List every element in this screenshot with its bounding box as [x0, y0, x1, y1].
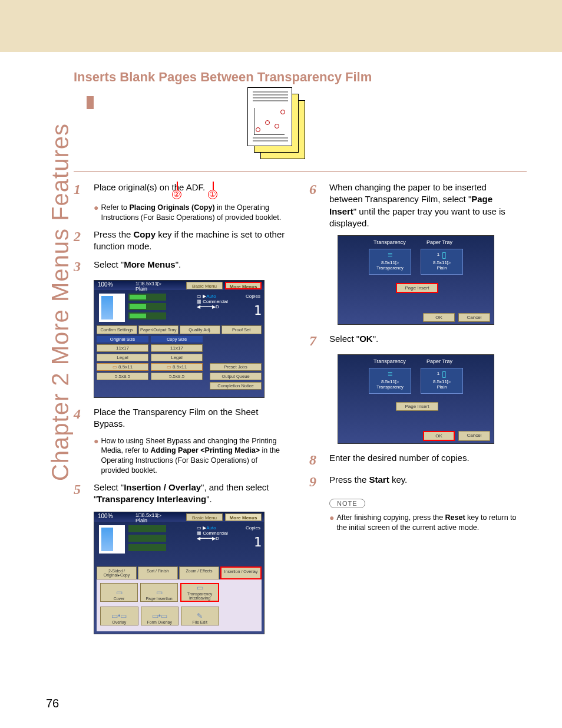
- left-column: 1 Place original(s) on the ADF. ● Refer …: [74, 182, 286, 728]
- top-band: [0, 0, 562, 52]
- divider: [74, 171, 527, 172]
- orientation-arrows: [128, 294, 167, 322]
- section-heading: Inserts Blank Pages Between Transparency…: [74, 70, 372, 85]
- size-grid: 11x1711x17 LegalLegal 8.5x118.5x11 5.5x8…: [97, 344, 203, 382]
- note-label: NOTE: [329, 499, 365, 508]
- quality-adj-button[interactable]: Quality Adj.: [180, 325, 220, 334]
- page-body: Chapter 2 More Menus Features Inserts Bl…: [0, 52, 562, 728]
- tab-sort-finish[interactable]: Sort / Finish: [138, 566, 178, 579]
- chapter-tab: Chapter 2 More Menus Features: [25, 77, 69, 454]
- step-3: 3 Select "More Menus".: [74, 259, 286, 274]
- step-6: 6 When changing the paper to be inserted…: [309, 182, 521, 229]
- step-2: 2 Press the Copy key if the machine is s…: [74, 229, 286, 253]
- original-size-header: Original Size: [97, 336, 148, 342]
- page-insert-button[interactable]: Page Insert: [396, 402, 438, 411]
- step-1-note: ● Refer to Placing Originals (Copy) in t…: [94, 203, 286, 223]
- step-4-note: ● How to using Sheet Bypass and changing…: [94, 436, 286, 476]
- copies-count: 1: [254, 303, 262, 318]
- tab-more-menus[interactable]: More Menus: [225, 513, 262, 521]
- step-5: 5 Select "Insertion / Overlay", and then…: [74, 482, 286, 506]
- cover-button[interactable]: ▭Cover: [100, 583, 138, 602]
- screenshot-insertion-overlay: 100% 1□8.5x11▷Plain Basic Menu More Menu…: [94, 512, 265, 634]
- tab-accent: [87, 96, 94, 109]
- file-edit-button[interactable]: ✎File Edit: [181, 607, 219, 625]
- screenshot-page-insert: Transparency Paper Tray ≡ 8.5x11▷ Transp…: [338, 235, 494, 325]
- completion-notice-button[interactable]: Completion Notice: [210, 382, 262, 390]
- transparency-cell: ≡ 8.5x11▷ Transparency: [369, 249, 411, 275]
- confirm-settings-button[interactable]: Confirm Settings: [97, 325, 137, 334]
- cancel-button[interactable]: Cancel: [458, 313, 490, 322]
- callouts: ② ①: [74, 643, 244, 728]
- paper-tray-cell: 1 ▯ 8.5x11▷ Plain: [421, 249, 463, 275]
- proof-set-button[interactable]: Proof Set: [222, 325, 262, 334]
- zoom-pct: 100%: [98, 281, 113, 288]
- copy-size-header: Copy Size: [151, 336, 203, 342]
- preview-thumb: [99, 294, 125, 322]
- tab-basic-menu[interactable]: Basic Menu: [186, 513, 223, 521]
- mode-info: ▭ ▶Auto Copies ▦ Commercial ◀━━━━▶D: [197, 294, 260, 309]
- chapter-title: Chapter 2 More Menus Features: [47, 123, 74, 481]
- final-note: ● After finishing copying, press the Res…: [329, 513, 521, 533]
- overlay-button[interactable]: ▭•▭Overlay: [100, 607, 138, 625]
- screenshot-more-menus: 100% 1□8.5x11▷Plain Basic Menu More Menu…: [94, 280, 265, 398]
- tab-insertion-overlay[interactable]: Insertion / Overlay: [220, 566, 262, 579]
- step-4: 4 Place the Transparency Film on the She…: [74, 406, 286, 430]
- screenshot-ok: Transparency Paper Tray ≡ 8.5x11▷ Transp…: [338, 354, 494, 444]
- transparency-interleaving-button[interactable]: ▭Transparency Interleaving: [180, 583, 219, 602]
- page-insert-button[interactable]: Page Insert: [396, 283, 438, 293]
- tab-zoom-effects[interactable]: Zoom / Effects: [179, 566, 219, 579]
- step-8: 8 Enter the desired number of copies.: [309, 452, 521, 467]
- ok-button[interactable]: OK: [423, 313, 455, 322]
- preset-jobs-button[interactable]: Preset Jobs: [210, 363, 262, 371]
- page-number: 76: [46, 697, 59, 710]
- ok-button[interactable]: OK: [423, 431, 455, 441]
- cancel-button[interactable]: Cancel: [458, 431, 490, 441]
- hero-illustration: [247, 87, 312, 164]
- output-queue-button[interactable]: Output Queue: [210, 373, 262, 380]
- tab-2sided[interactable]: 2-Sided / Original▸Copy: [97, 566, 137, 579]
- tray-info: 1□8.5x11▷Plain: [135, 281, 161, 292]
- step-9: 9 Press the Start key.: [309, 474, 521, 489]
- tab-more-menus[interactable]: More Menus: [225, 282, 262, 289]
- page-insertion-button[interactable]: ▭Page Insertion: [140, 583, 178, 602]
- step-7: 7 Select "OK".: [309, 333, 521, 348]
- form-overlay-button[interactable]: ▭•▭Form Overlay: [141, 607, 179, 625]
- paper-output-button[interactable]: Paper/Output Tray: [138, 325, 179, 334]
- right-column: 6 When changing the paper to be inserted…: [309, 182, 521, 728]
- tab-basic-menu[interactable]: Basic Menu: [186, 282, 223, 289]
